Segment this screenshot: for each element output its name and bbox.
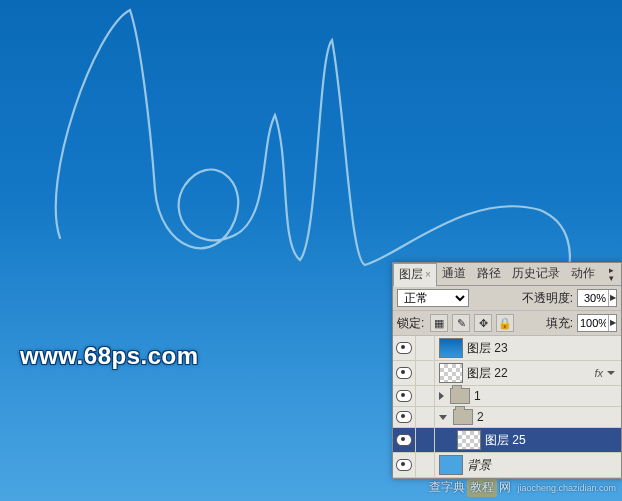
visibility-toggle[interactable]	[393, 336, 416, 360]
lock-all-icon[interactable]: 🔒	[496, 314, 514, 332]
visibility-toggle[interactable]	[393, 428, 416, 452]
tab-layers[interactable]: 图层×	[393, 263, 437, 287]
panel-menu-button[interactable]: ▸▾	[603, 266, 621, 282]
fill-input[interactable]	[578, 316, 608, 330]
eye-icon	[396, 390, 412, 402]
group-name[interactable]: 1	[474, 389, 621, 403]
tab-paths[interactable]: 路径	[472, 263, 507, 285]
fill-label: 填充:	[546, 315, 573, 332]
opacity-flyout-arrow[interactable]: ▶	[608, 290, 616, 306]
layer-row-25[interactable]: 图层 25	[393, 428, 621, 453]
layer-row-background[interactable]: 背景	[393, 453, 621, 478]
eye-icon	[396, 411, 412, 423]
layer-name[interactable]: 图层 22	[467, 365, 594, 382]
tab-actions[interactable]: 动作	[566, 263, 601, 285]
opacity-field[interactable]: ▶	[577, 289, 617, 307]
visibility-toggle[interactable]	[393, 386, 416, 406]
layer-name[interactable]: 图层 23	[467, 340, 621, 357]
folder-icon	[450, 388, 470, 404]
lock-position-icon[interactable]: ✥	[474, 314, 492, 332]
eye-icon	[396, 342, 412, 354]
layer-thumbnail[interactable]	[439, 338, 463, 358]
layer-name[interactable]: 背景	[467, 457, 621, 474]
visibility-toggle[interactable]	[393, 361, 416, 385]
opacity-input[interactable]	[578, 291, 608, 305]
tab-channels[interactable]: 通道	[437, 263, 472, 285]
fx-expand-icon[interactable]	[607, 371, 615, 375]
fx-badge[interactable]: fx	[594, 367, 603, 379]
link-col[interactable]	[416, 361, 435, 385]
blend-opacity-row: 正常 不透明度: ▶	[393, 286, 621, 311]
visibility-toggle[interactable]	[393, 407, 416, 427]
group-expand-icon[interactable]	[439, 415, 447, 420]
link-col[interactable]	[416, 407, 435, 427]
fill-flyout-arrow[interactable]: ▶	[608, 315, 616, 331]
layer-row-22[interactable]: 图层 22 fx	[393, 361, 621, 386]
lock-fill-row: 锁定: ▦ ✎ ✥ 🔒 填充: ▶	[393, 311, 621, 336]
link-col[interactable]	[416, 428, 435, 452]
layer-row-23[interactable]: 图层 23	[393, 336, 621, 361]
layer-list[interactable]: 图层 23 图层 22 fx 1 2	[393, 336, 621, 478]
panel-tab-bar: 图层× 通道 路径 历史记录 动作 ▸▾	[393, 263, 621, 286]
folder-icon	[453, 409, 473, 425]
fill-field[interactable]: ▶	[577, 314, 617, 332]
opacity-label: 不透明度:	[522, 290, 573, 307]
tab-history[interactable]: 历史记录	[507, 263, 566, 285]
layer-thumbnail[interactable]	[457, 430, 481, 450]
eye-icon	[396, 459, 412, 471]
group-name[interactable]: 2	[477, 410, 621, 424]
lock-transparency-icon[interactable]: ▦	[430, 314, 448, 332]
lock-pixels-icon[interactable]: ✎	[452, 314, 470, 332]
eye-icon	[396, 367, 412, 379]
link-col[interactable]	[416, 386, 435, 406]
link-col[interactable]	[416, 453, 435, 477]
watermark-site: 查字典 教程 网 jiaocheng.chazidian.com	[429, 478, 616, 497]
visibility-toggle[interactable]	[393, 453, 416, 477]
link-col[interactable]	[416, 336, 435, 360]
group-expand-icon[interactable]	[439, 392, 444, 400]
layer-name[interactable]: 图层 25	[485, 432, 621, 449]
watermark-url: www.68ps.com	[20, 342, 199, 370]
group-row-1[interactable]: 1	[393, 386, 621, 407]
eye-icon	[396, 434, 412, 446]
lock-label: 锁定:	[397, 315, 424, 332]
layers-panel[interactable]: 图层× 通道 路径 历史记录 动作 ▸▾ 正常 不透明度: ▶ 锁定: ▦ ✎ …	[392, 262, 622, 479]
blend-mode-select[interactable]: 正常	[397, 289, 469, 307]
layer-thumbnail[interactable]	[439, 455, 463, 475]
group-row-2[interactable]: 2	[393, 407, 621, 428]
layer-thumbnail[interactable]	[439, 363, 463, 383]
